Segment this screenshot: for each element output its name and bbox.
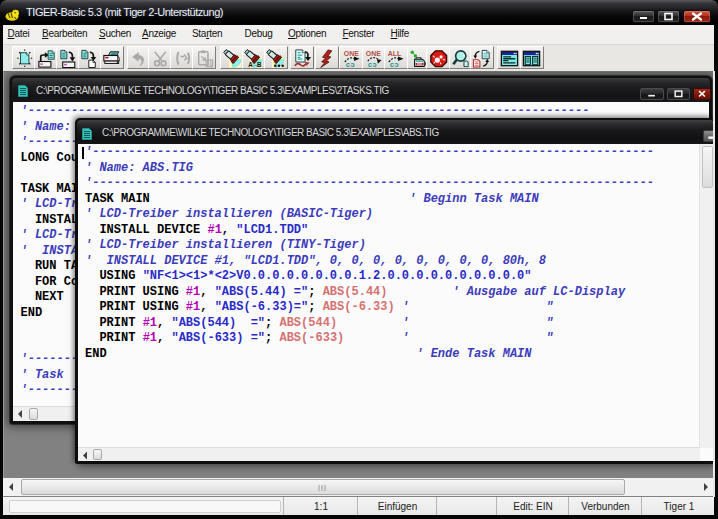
- svg-text:B: B: [257, 61, 262, 68]
- svg-text:cɔ: cɔ: [345, 60, 354, 67]
- svg-text:ALL: ALL: [388, 49, 402, 56]
- svg-text:cɔ: cɔ: [368, 60, 377, 67]
- svg-text:ONE: ONE: [343, 49, 358, 56]
- svg-text:cɔ: cɔ: [390, 60, 399, 67]
- svg-text:ONE: ONE: [366, 49, 381, 56]
